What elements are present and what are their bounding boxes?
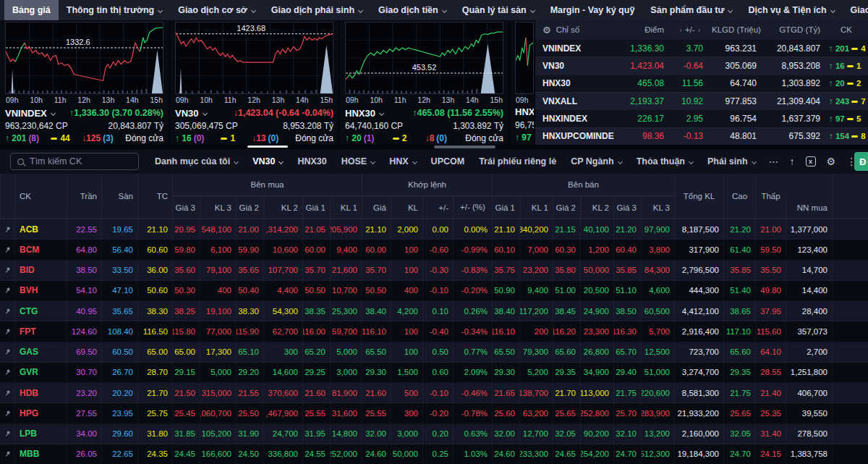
tab-vn30[interactable]: VN30 <box>245 149 290 174</box>
x-tick: 13h <box>272 96 285 104</box>
board-cell: 77,000 <box>200 321 236 341</box>
pin-icon[interactable] <box>0 403 14 423</box>
board-cell: 22.55 <box>67 219 101 239</box>
menu-item[interactable]: Giao diện của tôi <box>843 0 868 20</box>
index-breadth: ↑ 154 8 <box>825 132 868 140</box>
board-cell: 60.00 <box>302 240 330 259</box>
board-cell: 24.60 <box>362 444 391 464</box>
index-row[interactable]: VNINDEX1,336.303.70963.23120,843.807↑ 20… <box>535 39 868 56</box>
board-cell: 24,900 <box>580 301 613 321</box>
col-sell-gia1: Giá 1 <box>492 196 519 219</box>
board-row[interactable]: BCM64.8056.4060.6059.806,10059.9010,6006… <box>0 240 868 260</box>
board-cell: 138,700 <box>519 383 553 402</box>
index-name[interactable]: HNXI <box>515 106 534 117</box>
tab-tr-i-phi-u-ri-ng-l-[interactable]: Trái phiếu riêng lẻ <box>472 149 563 174</box>
pin-icon[interactable] <box>0 301 14 321</box>
tab-th-a-thu-n[interactable]: Thỏa thuận <box>629 149 700 174</box>
board-cell: 54,300 <box>263 301 302 321</box>
gear-icon[interactable]: ⚙ <box>827 156 836 167</box>
index-row[interactable]: HNXINDEX226.172.9596.7541,637.379↑ 97 5 <box>535 109 868 127</box>
pin-icon[interactable] <box>0 444 14 464</box>
board-cell: 32.05 <box>553 424 580 444</box>
index-row[interactable]: HNXUPCOMINDE98.36-0.1348.801675.392↑ 154… <box>535 127 868 145</box>
volume-shares: 305,069,475 CP <box>175 121 238 131</box>
x-tick: 12h <box>77 96 90 104</box>
search-input[interactable] <box>30 156 132 166</box>
board-toolbar: Danh mục của tôiVN30HNX30HOSEHNXUPCOMTrá… <box>0 149 868 174</box>
upload-arrow-icon[interactable]: ↑ <box>790 156 795 167</box>
board-cell: 315,000 <box>200 383 236 402</box>
pin-icon[interactable] <box>0 240 14 259</box>
pin-icon[interactable] <box>0 342 14 362</box>
menu-item[interactable]: Dịch vụ & Tiện ích <box>740 0 842 20</box>
board-row[interactable]: CTG40.9535.6538.3038.2519,10038.3054,300… <box>0 301 868 321</box>
tab-hnx30[interactable]: HNX30 <box>290 149 333 174</box>
chevron-down-icon <box>278 159 284 164</box>
col-buy-kl3: KL 3 <box>200 196 236 219</box>
board-row[interactable]: FPT124.60108.40116.50115.8077,000115.906… <box>0 321 868 342</box>
index-points: 226.17 <box>621 114 668 124</box>
gear-icon[interactable]: ⚙ <box>542 25 551 35</box>
vnindex-chart: 1332.6 <box>5 22 163 94</box>
prev-arrow-icon[interactable]: ‹ <box>680 26 682 34</box>
pin-icon[interactable] <box>0 383 14 402</box>
pin-icon[interactable] <box>0 281 14 300</box>
pin-icon[interactable] <box>0 219 14 239</box>
pin-icon[interactable] <box>0 424 14 444</box>
board-cell: 25,300 <box>330 301 362 321</box>
next-arrow-icon[interactable]: › <box>698 26 700 34</box>
board-row[interactable]: MBB26.0522.6524.3524.45166,60024.50336,8… <box>0 444 868 464</box>
board-row[interactable]: ACB22.5519.6521.1020.95548,10021.00,314,… <box>0 219 868 240</box>
board-cell: 50.60 <box>137 281 172 300</box>
menu-item[interactable]: Thông tin thị trường <box>59 0 170 20</box>
index-gtgd: 8,953.208 <box>761 61 825 71</box>
order-button[interactable]: Đ <box>854 152 868 171</box>
menu-item[interactable]: Giao dịch cơ sở <box>170 0 263 20</box>
pin-icon[interactable] <box>0 261 14 280</box>
more-tabs-icon[interactable]: ⋯ <box>769 156 779 167</box>
index-row[interactable]: VN301,423.04-0.64305.0698,953.208↑ 16 1 <box>535 56 868 74</box>
search-box[interactable] <box>10 153 139 170</box>
excel-export-icon[interactable]: x <box>806 156 816 166</box>
menu-item[interactable]: Quản lý tài sản <box>454 0 542 20</box>
pin-icon[interactable] <box>0 321 14 341</box>
tab-cp-ng-nh[interactable]: CP Ngành <box>563 149 629 174</box>
index-row[interactable]: HNX30465.0811.5664.7401,303.892↑ 20 2 <box>535 75 868 92</box>
board-row[interactable]: BID38.5033.5036.0035.6079,10035.65107,70… <box>0 261 868 281</box>
menu-item[interactable]: Bảng giá <box>4 0 59 20</box>
pin-icon[interactable] <box>0 363 14 382</box>
board-row[interactable]: BVH54.1047.1050.6050.3040050.404,40050.5… <box>0 281 868 301</box>
board-cell: 50.40 <box>236 281 263 300</box>
tab-hnx[interactable]: HNX <box>382 149 423 174</box>
board-cell: 9,400 <box>519 281 553 300</box>
menu-item[interactable]: Margin - Vay ký quỹ <box>542 0 643 20</box>
index-name-dropdown[interactable]: VN30 <box>175 106 207 119</box>
board-cell: 29.25 <box>302 363 330 382</box>
board-cell: 336,800 <box>263 444 302 464</box>
board-cell: 25.55 <box>302 403 330 423</box>
col-sell-kl3: KL 3 <box>641 196 674 219</box>
tab-hose[interactable]: HOSE <box>334 149 382 174</box>
board-cell: 21.50 <box>172 383 200 402</box>
board-cell-empty <box>832 342 868 362</box>
index-row[interactable]: VNXALL2,193.3710.92977.85321,309.404↑ 24… <box>535 92 868 109</box>
col-gtgd: GTGD (Tỷ) <box>761 25 825 34</box>
menu-item[interactable]: Giao dịch tiền <box>370 0 454 20</box>
index-name-dropdown[interactable]: VNINDEX <box>5 106 55 119</box>
board-cell: 406,700 <box>786 383 832 402</box>
index-name-dropdown[interactable]: HNX30 <box>345 106 383 119</box>
menu-item[interactable]: Giao dịch phái sinh <box>263 0 370 20</box>
tab-ph-i-sinh[interactable]: Phái sinh <box>700 149 763 174</box>
board-row[interactable]: GAS69.5060.5065.0065.0017,30065.1030065.… <box>0 342 868 363</box>
col-chiso: Chỉ số <box>556 25 580 34</box>
col-chg[interactable]: ‹+/-› <box>668 25 707 34</box>
board-row[interactable]: HPG27.5523.9525.7525.45,060,70025.50,467… <box>0 403 868 423</box>
tab-upcom[interactable]: UPCOM <box>424 149 472 174</box>
board-row[interactable]: LPB34.0029.6031.8031.85105,20031.9024,70… <box>0 424 868 444</box>
board-row[interactable]: HDB23.2020.2021.7021.50315,00021.55370,6… <box>0 383 868 403</box>
tab-danh-m-c-c-a-t-i[interactable]: Danh mục của tôi <box>148 149 245 174</box>
board-row[interactable]: GVR30.7026.7028.7029.155,00029.2014,6002… <box>0 363 868 383</box>
scrollbar-thumb[interactable] <box>434 145 495 148</box>
x-axis-ticks: 09h <box>515 94 534 104</box>
menu-item[interactable]: Sản phẩm đầu tư <box>642 0 740 20</box>
